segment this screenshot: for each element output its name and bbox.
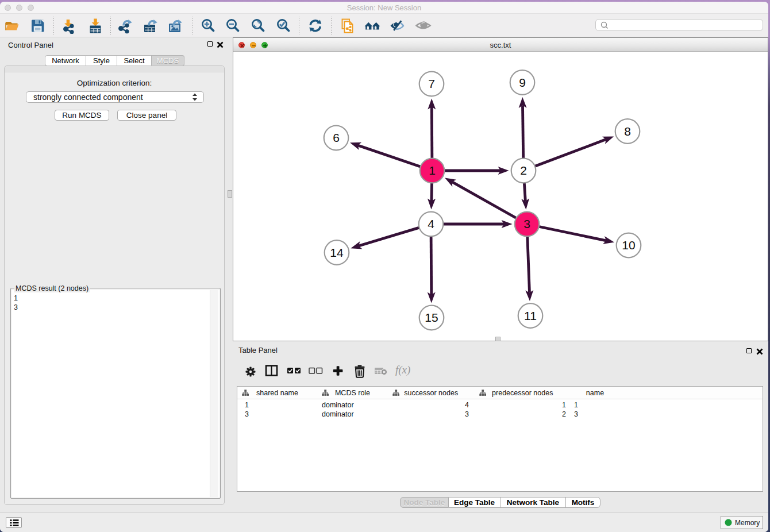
svg-text:6: 6 — [333, 131, 340, 144]
svg-text:4: 4 — [428, 217, 434, 230]
svg-text:3: 3 — [523, 217, 530, 230]
svg-text:7: 7 — [428, 77, 435, 90]
svg-text:1: 1 — [429, 164, 436, 177]
svg-text:8: 8 — [624, 125, 631, 138]
svg-text:15: 15 — [425, 311, 438, 324]
svg-text:2: 2 — [520, 164, 527, 177]
svg-text:10: 10 — [622, 238, 635, 252]
svg-text:11: 11 — [524, 309, 537, 322]
svg-text:14: 14 — [330, 246, 344, 259]
svg-text:9: 9 — [519, 76, 526, 89]
